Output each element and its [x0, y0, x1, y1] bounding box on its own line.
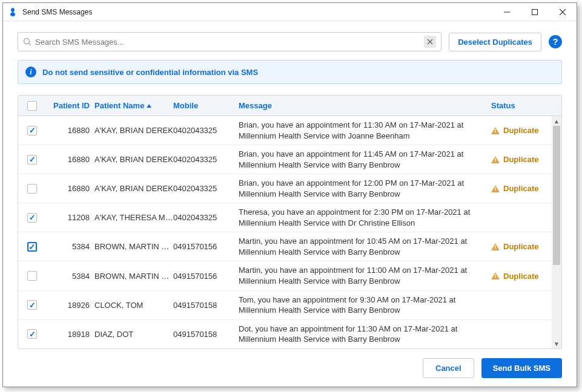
cell-patient-id: 16880: [46, 184, 94, 193]
status-duplicate: Duplicate: [491, 126, 552, 135]
header-mobile[interactable]: Mobile: [173, 101, 239, 110]
warning-icon: [491, 156, 500, 163]
help-icon[interactable]: ?: [549, 35, 562, 48]
scroll-up-icon[interactable]: ▲: [552, 116, 561, 126]
row-checkbox-cell[interactable]: [18, 213, 46, 223]
header-message[interactable]: Message: [239, 101, 491, 110]
info-icon: i: [25, 67, 36, 77]
minimize-button[interactable]: [493, 3, 521, 21]
cell-mobile: 0402043325: [173, 126, 239, 135]
table-row[interactable]: 16880A'KAY, BRIAN DEREK0402043325Brian, …: [18, 116, 561, 145]
row-checkbox[interactable]: [27, 329, 37, 339]
header-status[interactable]: Status: [491, 101, 552, 110]
table-row[interactable]: 16880A'KAY, BRIAN DEREK0402043325Brian, …: [18, 145, 561, 174]
cell-mobile: 0402043325: [173, 213, 239, 222]
deselect-duplicates-button[interactable]: Deselect Duplicates: [449, 33, 541, 51]
clear-search-button[interactable]: [424, 36, 436, 48]
send-bulk-sms-button[interactable]: Send Bulk SMS: [481, 358, 562, 378]
cell-patient-name: DIAZ, DOT: [94, 330, 173, 339]
window-controls: [493, 3, 577, 21]
scrollbar[interactable]: ▲ ▼: [552, 116, 561, 348]
status-duplicate: Duplicate: [491, 184, 552, 193]
cell-mobile: 0491570158: [173, 301, 239, 310]
row-checkbox-cell[interactable]: [18, 242, 46, 252]
info-banner: i Do not send sensitive or confidential …: [18, 60, 562, 84]
scroll-down-icon[interactable]: ▼: [552, 339, 561, 348]
cell-status: Duplicate: [491, 155, 552, 164]
row-checkbox[interactable]: [27, 213, 37, 223]
window: Send SMS Messages Des: [2, 2, 577, 387]
cell-status: Duplicate: [491, 184, 552, 193]
table-row[interactable]: 5384BROWN, MARTIN EV...0491570156Martin,…: [18, 232, 561, 261]
row-checkbox-cell[interactable]: [18, 300, 46, 310]
table-header: Patient ID Patient Name Mobile Message S…: [18, 96, 561, 116]
cell-message: Brian, you have an appointment for 11:30…: [239, 120, 491, 141]
header-patient-name[interactable]: Patient Name: [94, 101, 173, 110]
header-patient-id[interactable]: Patient ID: [46, 101, 94, 110]
warning-icon: [491, 127, 500, 134]
row-checkbox[interactable]: [27, 271, 37, 281]
cell-message: Tom, you have an appointment for 9:30 AM…: [239, 295, 491, 316]
table-row[interactable]: 18918DIAZ, DOT0491570158Dot, you have an…: [18, 320, 561, 348]
cell-patient-name: A'KAY, BRIAN DEREK: [94, 155, 173, 164]
info-message: Do not send sensitive or confidential in…: [42, 68, 258, 77]
row-checkbox[interactable]: [27, 184, 37, 194]
row-checkbox-cell[interactable]: [18, 155, 46, 165]
row-checkbox-cell[interactable]: [18, 329, 46, 339]
cell-message: Martin, you have an appointment for 10:4…: [239, 236, 491, 257]
cell-mobile: 0491570156: [173, 242, 239, 251]
status-duplicate: Duplicate: [491, 242, 552, 251]
table-row[interactable]: 5384BROWN, MARTIN EV...0491570156Martin,…: [18, 261, 561, 290]
cell-mobile: 0402043325: [173, 155, 239, 164]
footer: Cancel Send Bulk SMS: [3, 349, 577, 387]
row-checkbox-cell[interactable]: [18, 126, 46, 136]
warning-icon: [491, 185, 500, 192]
search-icon: [23, 38, 31, 46]
row-checkbox[interactable]: [27, 300, 37, 310]
warning-icon: [491, 243, 500, 250]
cell-patient-id: 16880: [46, 155, 94, 164]
status-label: Duplicate: [503, 184, 539, 193]
close-button[interactable]: [549, 3, 577, 21]
cell-message: Brian, you have an appointment for 11:45…: [239, 149, 491, 170]
cell-message: Brian, you have an appointment for 12:00…: [239, 178, 491, 199]
row-checkbox[interactable]: [27, 126, 37, 136]
svg-point-4: [24, 39, 30, 44]
window-title: Send SMS Messages: [22, 8, 493, 16]
svg-rect-1: [532, 9, 538, 15]
table-body: 16880A'KAY, BRIAN DEREK0402043325Brian, …: [18, 116, 561, 348]
status-label: Duplicate: [503, 272, 539, 281]
svg-line-5: [29, 44, 31, 46]
table-row[interactable]: 11208A'KAY, THERESA MAY0402043325Theresa…: [18, 203, 561, 232]
cancel-button[interactable]: Cancel: [423, 358, 474, 378]
sort-ascending-icon: [147, 104, 151, 108]
cell-mobile: 0491570156: [173, 272, 239, 281]
cell-patient-name: BROWN, MARTIN EV...: [94, 272, 173, 281]
row-checkbox[interactable]: [27, 155, 37, 165]
row-checkbox[interactable]: [27, 242, 37, 252]
select-all-checkbox[interactable]: [27, 101, 37, 111]
cell-patient-name: A'KAY, THERESA MAY: [94, 213, 173, 222]
cell-status: Duplicate: [491, 126, 552, 135]
cell-patient-name: A'KAY, BRIAN DEREK: [94, 126, 173, 135]
maximize-button[interactable]: [521, 3, 549, 21]
table-row[interactable]: 16880A'KAY, BRIAN DEREK0402043325Brian, …: [18, 174, 561, 203]
row-checkbox-cell[interactable]: [18, 271, 46, 281]
scroll-thumb[interactable]: [553, 126, 560, 265]
search-input[interactable]: [35, 38, 424, 47]
cell-patient-name: BROWN, MARTIN EV...: [94, 242, 173, 251]
search-field[interactable]: [18, 32, 441, 51]
cell-message: Theresa, you have an appointment for 2:3…: [239, 207, 491, 228]
cell-message: Dot, you have an appointment for 11:30 A…: [239, 324, 491, 345]
table-row[interactable]: 18926CLOCK, TOM0491570158Tom, you have a…: [18, 291, 561, 320]
warning-icon: [491, 272, 500, 279]
sms-table: Patient ID Patient Name Mobile Message S…: [18, 95, 562, 349]
cell-mobile: 0402043325: [173, 184, 239, 193]
cell-status: Duplicate: [491, 242, 552, 251]
status-label: Duplicate: [503, 242, 539, 251]
cell-patient-name: A'KAY, BRIAN DEREK: [94, 184, 173, 193]
header-select-all[interactable]: [18, 101, 46, 111]
cell-patient-id: 5384: [46, 272, 94, 281]
cell-patient-id: 18918: [46, 330, 94, 339]
row-checkbox-cell[interactable]: [18, 184, 46, 194]
